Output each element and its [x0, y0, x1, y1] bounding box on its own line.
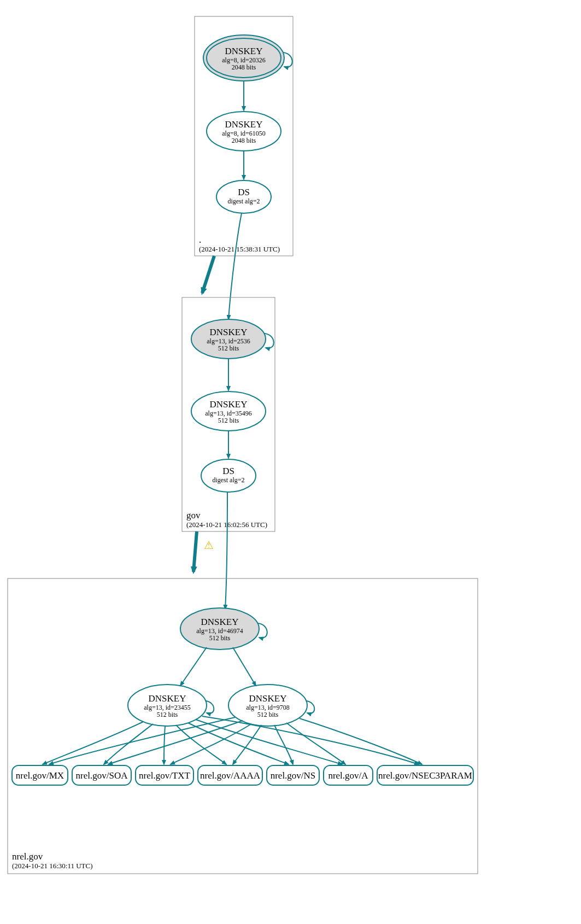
zone-nrel: nrel.gov (2024-10-21 16:30:11 UTC) DNSKE… [8, 578, 478, 874]
svg-text:DS: DS [238, 187, 250, 197]
svg-text:2048 bits: 2048 bits [232, 63, 256, 71]
node-gov-ksk: DNSKEY alg=13, id=2536 512 bits [191, 319, 274, 359]
node-nrel-zsk-a: DNSKEY alg=13, id=23455 512 bits [128, 685, 214, 726]
svg-text:alg=8, id=61050: alg=8, id=61050 [222, 130, 266, 137]
svg-text:DNSKEY: DNSKEY [201, 617, 239, 627]
svg-text:nrel.gov/TXT: nrel.gov/TXT [139, 770, 191, 781]
rrset-soa: nrel.gov/SOA [72, 765, 131, 785]
svg-text:nrel.gov/NS: nrel.gov/NS [271, 770, 316, 781]
svg-text:2048 bits: 2048 bits [232, 137, 256, 144]
zone-gov-name: gov [186, 510, 201, 521]
rrset-a: nrel.gov/A [324, 765, 373, 785]
node-root-ksk: DNSKEY alg=8, id=20326 2048 bits [203, 35, 292, 81]
svg-text:DNSKEY: DNSKEY [225, 119, 263, 130]
svg-text:alg=13, id=35496: alg=13, id=35496 [205, 410, 252, 417]
svg-text:digest alg=2: digest alg=2 [212, 476, 244, 484]
node-gov-zsk: DNSKEY alg=13, id=35496 512 bits [191, 391, 266, 431]
svg-text:alg=13, id=2536: alg=13, id=2536 [207, 337, 250, 345]
svg-text:digest alg=2: digest alg=2 [227, 197, 260, 205]
zone-root: . (2024-10-21 15:38:31 UTC) DNSKEY alg=8… [195, 16, 293, 256]
svg-text:512 bits: 512 bits [218, 344, 239, 352]
dnssec-graph: . (2024-10-21 15:38:31 UTC) DNSKEY alg=8… [0, 0, 581, 924]
edge-nrel-ksk-to-zsk-b [233, 647, 256, 686]
zone-gov: gov (2024-10-21 16:02:56 UTC) DNSKEY alg… [182, 297, 275, 531]
rrset-aaaa: nrel.gov/AAAA [198, 765, 262, 785]
svg-text:DNSKEY: DNSKEY [249, 693, 287, 704]
zone-root-name: . [199, 235, 201, 245]
edge-gov-ds-to-nrel-ksk [225, 492, 227, 609]
svg-text:512 bits: 512 bits [209, 634, 231, 642]
svg-text:512 bits: 512 bits [218, 417, 239, 424]
zone-nrel-name: nrel.gov [12, 851, 43, 862]
warning-icon: ⚠ [204, 539, 214, 551]
svg-text:DNSKEY: DNSKEY [210, 399, 248, 410]
svg-text:nrel.gov/AAAA: nrel.gov/AAAA [200, 770, 261, 781]
node-nrel-ksk: DNSKEY alg=13, id=46974 512 bits [180, 608, 267, 650]
zone-root-timestamp: (2024-10-21 15:38:31 UTC) [199, 245, 280, 253]
edges-zsk-b [49, 717, 422, 764]
svg-text:alg=13, id=9708: alg=13, id=9708 [246, 704, 290, 711]
svg-text:alg=8, id=20326: alg=8, id=20326 [222, 56, 266, 64]
svg-text:(2024-10-21 16:30:11 UTC): (2024-10-21 16:30:11 UTC) [12, 862, 93, 870]
edge-root-to-gov-zone [202, 256, 214, 293]
rrset-ns: nrel.gov/NS [267, 765, 319, 785]
svg-text:nrel.gov/NSEC3PARAM: nrel.gov/NSEC3PARAM [378, 770, 472, 781]
svg-text:DNSKEY: DNSKEY [149, 693, 186, 704]
svg-text:alg=13, id=46974: alg=13, id=46974 [196, 627, 243, 635]
node-root-zsk: DNSKEY alg=8, id=61050 2048 bits [207, 112, 281, 151]
node-root-ds: DS digest alg=2 [216, 180, 271, 213]
node-gov-ds: DS digest alg=2 [201, 459, 256, 492]
svg-text:DS: DS [222, 466, 234, 476]
svg-text:nrel.gov/A: nrel.gov/A [328, 770, 368, 781]
svg-text:alg=13, id=23455: alg=13, id=23455 [144, 704, 191, 711]
svg-text:DNSKEY: DNSKEY [210, 327, 248, 337]
edge-gov-to-nrel-zone [193, 531, 197, 572]
edge-root-ds-to-gov-ksk [228, 213, 242, 319]
rrset-txt: nrel.gov/TXT [136, 765, 193, 785]
rrset-nsec3param: nrel.gov/NSEC3PARAM [377, 765, 473, 785]
svg-text:nrel.gov/SOA: nrel.gov/SOA [76, 770, 128, 781]
rrset-mx: nrel.gov/MX [12, 765, 68, 785]
edge-nrel-ksk-to-zsk-a [180, 647, 207, 686]
svg-text:nrel.gov/MX: nrel.gov/MX [16, 770, 64, 781]
svg-text:512 bits: 512 bits [157, 711, 178, 718]
node-nrel-zsk-b: DNSKEY alg=13, id=9708 512 bits [228, 685, 314, 726]
svg-text:512 bits: 512 bits [257, 711, 279, 718]
svg-text:DNSKEY: DNSKEY [225, 46, 263, 56]
